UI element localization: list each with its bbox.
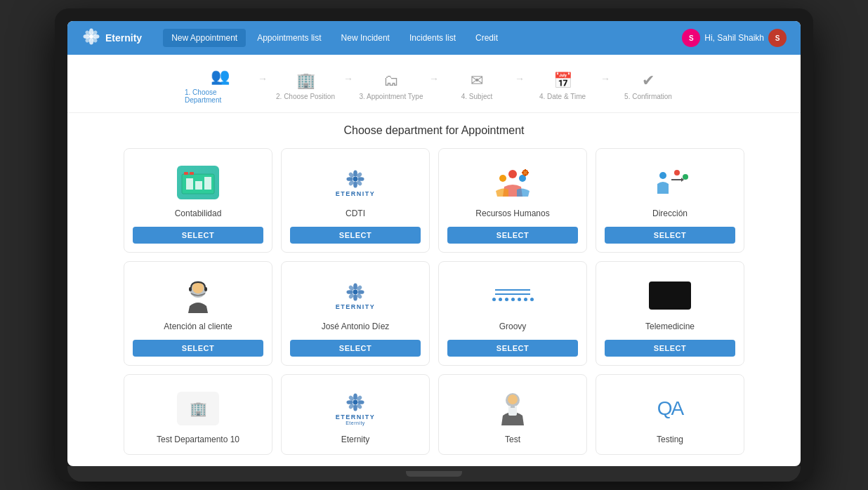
svg-rect-10 [186, 178, 193, 190]
select-btn-jose[interactable]: SELECT [290, 340, 421, 357]
svg-point-53 [346, 400, 353, 404]
svg-point-52 [353, 404, 357, 411]
select-btn-direccion[interactable]: SELECT [605, 227, 735, 244]
jose-eternity-logo: ETERNITY [336, 281, 376, 310]
laptop-frame: Eternity New Appointment Appointments li… [55, 8, 813, 482]
svg-point-19 [357, 177, 364, 181]
select-btn-groovy[interactable]: SELECT [447, 340, 578, 357]
brand-icon [81, 27, 101, 50]
dept-img-contabilidad [173, 163, 223, 201]
contabilidad-icon [177, 166, 219, 199]
step-arrow-3: → [426, 73, 442, 84]
select-btn-telemedicine[interactable]: SELECT [605, 340, 735, 357]
atencion-icon [177, 278, 219, 313]
page-title: Choose department for Appointment [124, 124, 744, 137]
svg-rect-29 [525, 174, 526, 176]
step-appointment-type: 🗂 3. Appointment Type [356, 72, 426, 100]
step-arrow-1: → [255, 73, 270, 84]
nav-new-appointment[interactable]: New Appointment [163, 29, 246, 47]
eternity-brand-text: ETERNITY [336, 413, 376, 421]
groovy-icon [492, 289, 534, 301]
svg-point-41 [353, 289, 358, 294]
groovy-dots [492, 298, 534, 301]
rrhh-icon [492, 166, 534, 199]
testing-icon: QA [649, 392, 691, 425]
step-subject-label: 4. Subject [461, 93, 492, 100]
user-avatar-2: S [768, 29, 787, 47]
dept-name-cdti: CDTI [346, 208, 365, 220]
step-date-label: 4. Date & Time [539, 93, 586, 100]
dept-name-direccion: Dirección [652, 208, 688, 220]
step-arrow-5: → [598, 73, 613, 84]
dept-img-testdept: 🏢 [173, 389, 223, 428]
dept-card-eternity: ETERNITY Eternity Eternity [281, 374, 430, 455]
svg-point-16 [353, 170, 357, 176]
step-confirm-label: 5. Confirmation [624, 93, 672, 100]
svg-rect-13 [184, 172, 188, 175]
cdti-eternity-text: ETERNITY [336, 190, 376, 197]
select-btn-contabilidad[interactable]: SELECT [133, 227, 263, 244]
svg-rect-31 [527, 172, 529, 173]
step-subject-icon: ✉ [471, 72, 483, 90]
groovy-line-2 [495, 293, 530, 295]
step-confirmation: ✔ 5. Confirmation [613, 72, 683, 100]
dept-card-groovy: Groovy SELECT [438, 261, 587, 366]
brand-name: Eternity [105, 32, 142, 44]
svg-rect-12 [204, 177, 211, 190]
select-btn-rrhh[interactable]: SELECT [447, 227, 578, 244]
eternity-sub-text: Eternity [346, 421, 365, 425]
svg-point-44 [346, 290, 353, 294]
select-btn-atencion[interactable]: SELECT [133, 340, 263, 357]
svg-rect-11 [195, 181, 202, 190]
dept-img-jose: ETERNITY [331, 276, 380, 314]
nav-brand: Eternity [81, 27, 142, 50]
nav-new-incident[interactable]: New Incident [333, 29, 398, 47]
nav-incidents-list[interactable]: Incidents list [401, 29, 464, 47]
svg-rect-39 [189, 287, 192, 291]
step-subject: ✉ 4. Subject [442, 72, 512, 100]
qa-text: QA [657, 397, 683, 420]
svg-point-45 [357, 290, 364, 294]
dept-card-jose: ETERNITY José Antonio Díez SELECT [281, 261, 430, 366]
dept-name-eternity: Eternity [341, 435, 370, 446]
svg-rect-14 [190, 172, 194, 175]
dept-card-test: Test [438, 374, 587, 455]
svg-point-54 [357, 400, 364, 404]
step-confirm-icon: ✔ [642, 72, 655, 90]
step-type-icon: 🗂 [383, 72, 399, 90]
dept-card-atencion: Atención al cliente SELECT [124, 261, 272, 366]
dept-name-rrhh: Recursos Humanos [475, 208, 549, 220]
dept-name-testdept: Test Departamento 10 [157, 435, 239, 446]
stepper: 👥 1. Choose Department → 🏢 2. Choose Pos… [67, 55, 801, 113]
groovy-line-1 [495, 289, 530, 291]
select-btn-cdti[interactable]: SELECT [290, 227, 421, 244]
svg-rect-62 [511, 406, 515, 408]
step-date-time: 📅 4. Date & Time [527, 72, 598, 100]
dept-name-groovy: Groovy [499, 322, 527, 333]
dept-card-rrhh: Recursos Humanos SELECT [438, 148, 587, 253]
svg-point-18 [346, 177, 353, 181]
svg-point-32 [659, 172, 666, 179]
dept-img-telemedicine [645, 276, 695, 314]
step-type-label: 3. Appointment Type [360, 93, 423, 100]
main-content: Choose department for Appointment [67, 113, 801, 466]
cdti-eternity-logo: ETERNITY [336, 168, 376, 197]
dept-card-direccion: Dirección SELECT [596, 148, 744, 253]
svg-point-38 [192, 282, 204, 293]
dept-card-testdept: 🏢 Test Departamento 10 [124, 374, 272, 455]
testdept-icon: 🏢 [177, 392, 219, 425]
svg-rect-28 [525, 169, 526, 171]
svg-point-24 [508, 170, 517, 178]
dept-card-contabilidad: Contabilidad SELECT [124, 148, 272, 253]
svg-point-60 [508, 395, 518, 404]
testdept-placeholder: 🏢 [190, 400, 207, 417]
nav-credit[interactable]: Credit [467, 29, 506, 47]
user-greeting: Hi, Sahil Shaikh [704, 33, 764, 43]
nav-appointments-list[interactable]: Appointments list [249, 29, 329, 47]
dept-img-eternity: ETERNITY Eternity [331, 389, 380, 428]
svg-point-34 [683, 174, 688, 180]
nav-user: S Hi, Sahil Shaikh S [682, 29, 787, 47]
avatar: S [682, 29, 700, 47]
laptop-base [67, 466, 801, 482]
dept-card-testing: QA Testing [596, 374, 744, 455]
